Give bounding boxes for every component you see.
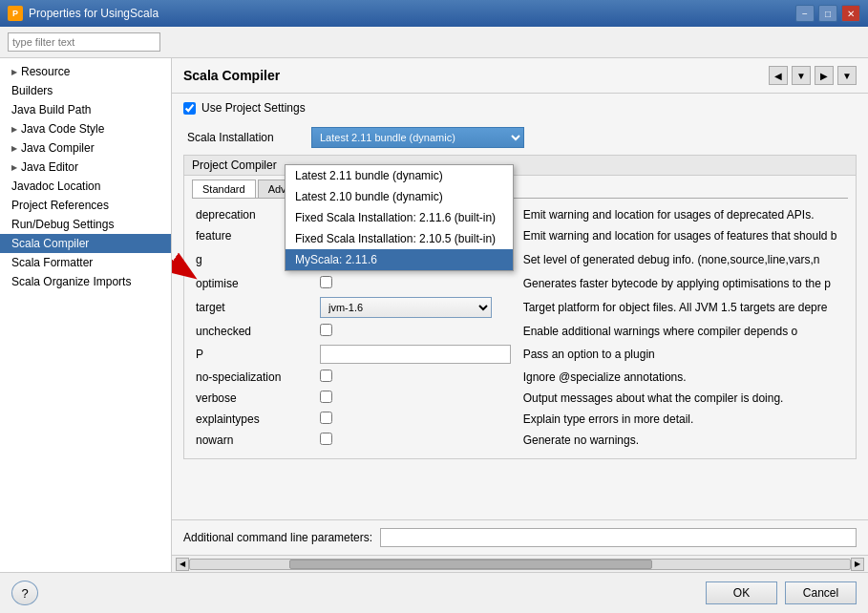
- table-row: optimise Generates faster bytecode by ap…: [192, 273, 848, 294]
- sidebar-item-java-editor[interactable]: ▶ Java Editor: [0, 158, 171, 177]
- table-row: target jvm-1.6 jvm-1.5 jvm-1.7 jvm-1.8: [192, 294, 848, 321]
- sidebar-item-javadoc-location[interactable]: Javadoc Location: [0, 177, 171, 196]
- cancel-button[interactable]: Cancel: [785, 581, 857, 604]
- use-project-settings-checkbox[interactable]: [183, 102, 196, 115]
- scroll-left-button[interactable]: ◀: [176, 558, 189, 571]
- sidebar-item-label: Java Code Style: [21, 122, 104, 136]
- nav-forward-dropdown-button[interactable]: ▼: [837, 66, 857, 85]
- nav-back-button[interactable]: ◀: [769, 66, 788, 85]
- scala-installation-label: Scala Installation: [183, 124, 307, 151]
- setting-label: nowarn: [192, 430, 316, 451]
- nowarn-checkbox[interactable]: [320, 433, 332, 445]
- dropdown-option-myscala-2116[interactable]: MyScala: 2.11.6: [286, 249, 513, 270]
- filter-input[interactable]: [8, 32, 160, 52]
- ok-button[interactable]: OK: [706, 581, 777, 604]
- setting-desc: Target platform for object files. All JV…: [519, 294, 848, 321]
- panel-header: Scala Compiler ◀ ▼ ▶ ▼: [172, 58, 868, 94]
- sidebar-item-java-build-path[interactable]: Java Build Path: [0, 100, 171, 119]
- setting-label: target: [192, 294, 316, 321]
- panel-title: Scala Compiler: [183, 68, 280, 83]
- scroll-track[interactable]: [189, 559, 851, 570]
- dropdown-option-latest-211[interactable]: Latest 2.11 bundle (dynamic): [286, 165, 513, 186]
- no-specialization-checkbox[interactable]: [320, 370, 332, 382]
- setting-label: unchecked: [192, 321, 316, 342]
- table-row: no-specialization Ignore @specialize ann…: [192, 367, 848, 388]
- dropdown-option-fixed-2116[interactable]: Fixed Scala Installation: 2.11.6 (built-…: [286, 207, 513, 228]
- sidebar-item-label: Java Editor: [21, 160, 78, 174]
- setting-desc: Set level of generated debug info. (none…: [519, 246, 848, 273]
- sidebar-item-label: Scala Formatter: [11, 256, 93, 269]
- setting-control: [316, 273, 519, 294]
- setting-desc: Enable additional warnings where compile…: [519, 321, 848, 342]
- sidebar-item-java-code-style[interactable]: ▶ Java Code Style: [0, 119, 171, 138]
- maximize-button[interactable]: □: [818, 5, 837, 22]
- scroll-right-button[interactable]: ▶: [851, 558, 864, 571]
- additional-input[interactable]: [380, 528, 857, 547]
- panel-nav-buttons: ◀ ▼ ▶ ▼: [769, 66, 857, 85]
- table-row: explaintypes Explain type errors in more…: [192, 409, 848, 430]
- tab-standard[interactable]: Standard: [192, 180, 256, 198]
- sidebar-item-run-debug-settings[interactable]: Run/Debug Settings: [0, 215, 171, 234]
- additional-row: Additional command line parameters:: [172, 519, 868, 555]
- setting-control: [316, 367, 519, 388]
- use-project-settings-row: Use Project Settings: [183, 101, 857, 115]
- sidebar-item-label: Java Build Path: [11, 103, 91, 116]
- setting-desc: Generate no warnings.: [519, 430, 848, 451]
- table-row: nowarn Generate no warnings.: [192, 430, 848, 451]
- setting-desc: Emit warning and location for usages of …: [519, 225, 848, 246]
- sidebar-item-scala-formatter[interactable]: Scala Formatter: [0, 253, 171, 272]
- nav-forward-button[interactable]: ▶: [815, 66, 834, 85]
- p-text-input[interactable]: [320, 345, 511, 364]
- help-button-area: ?: [11, 581, 38, 605]
- sidebar-item-scala-compiler[interactable]: Scala Compiler: [0, 234, 171, 253]
- unchecked-checkbox[interactable]: [320, 324, 332, 336]
- setting-control: [316, 430, 519, 451]
- title-bar: P Properties for UsingScala − □ ✕: [0, 0, 868, 27]
- setting-label: P: [192, 342, 316, 367]
- setting-control: jvm-1.6 jvm-1.5 jvm-1.7 jvm-1.8: [316, 294, 519, 321]
- verbose-checkbox[interactable]: [320, 391, 332, 403]
- sidebar-item-resource[interactable]: ▶ Resource: [0, 62, 171, 81]
- sidebar-item-builders[interactable]: Builders: [0, 81, 171, 100]
- setting-desc: Ignore @specialize annotations.: [519, 367, 848, 388]
- help-button[interactable]: ?: [11, 581, 38, 605]
- sidebar-item-label: Scala Organize Imports: [11, 275, 131, 288]
- horizontal-scrollbar[interactable]: ◀ ▶: [172, 555, 868, 572]
- target-dropdown[interactable]: jvm-1.6 jvm-1.5 jvm-1.7 jvm-1.8: [320, 297, 492, 318]
- scala-installation-dropdown[interactable]: Latest 2.11 bundle (dynamic) Latest 2.10…: [311, 127, 524, 148]
- use-project-settings-label: Use Project Settings: [201, 101, 306, 115]
- sidebar-item-scala-organize-imports[interactable]: Scala Organize Imports: [0, 272, 171, 291]
- setting-desc: Emit warning and location for usages of …: [519, 204, 848, 225]
- setting-control: [316, 409, 519, 430]
- minimize-button[interactable]: −: [795, 5, 815, 22]
- dropdown-option-fixed-2105[interactable]: Fixed Scala Installation: 2.10.5 (built-…: [286, 228, 513, 249]
- dropdown-option-latest-210[interactable]: Latest 2.10 bundle (dynamic): [286, 186, 513, 207]
- scala-installation-dropdown-overlay: Latest 2.11 bundle (dynamic) Latest 2.10…: [285, 164, 514, 271]
- explaintypes-checkbox[interactable]: [320, 412, 332, 424]
- sidebar-item-label: Javadoc Location: [11, 180, 100, 193]
- dialog-body: ▶ Resource Builders Java Build Path ▶ Ja…: [0, 27, 868, 613]
- project-compiler-label: Project Compiler: [192, 159, 277, 172]
- setting-control: [316, 342, 519, 367]
- close-button[interactable]: ✕: [841, 5, 860, 22]
- sidebar-item-java-compiler[interactable]: ▶ Java Compiler: [0, 138, 171, 158]
- nav-dropdown-button[interactable]: ▼: [792, 66, 811, 85]
- expand-arrow-icon: ▶: [11, 163, 17, 172]
- left-nav: ▶ Resource Builders Java Build Path ▶ Ja…: [0, 58, 172, 572]
- title-bar-icon: P: [8, 6, 23, 21]
- title-bar-controls: − □ ✕: [795, 5, 860, 22]
- setting-desc: Explain type errors in more detail.: [519, 409, 848, 430]
- scala-installation-row: Scala Installation Latest 2.11 bundle (d…: [183, 124, 857, 151]
- sidebar-item-label: Run/Debug Settings: [11, 218, 114, 231]
- content-area: ▶ Resource Builders Java Build Path ▶ Ja…: [0, 58, 868, 572]
- setting-control: [316, 321, 519, 342]
- table-row: unchecked Enable additional warnings whe…: [192, 321, 848, 342]
- table-row: P Pass an option to a plugin: [192, 342, 848, 367]
- sidebar-item-label: Resource: [21, 65, 70, 78]
- scroll-thumb[interactable]: [289, 560, 652, 569]
- optimise-checkbox[interactable]: [320, 276, 332, 288]
- sidebar-item-project-references[interactable]: Project References: [0, 196, 171, 215]
- setting-label: no-specialization: [192, 367, 316, 388]
- expand-arrow-icon: ▶: [11, 144, 17, 153]
- additional-label: Additional command line parameters:: [183, 531, 372, 544]
